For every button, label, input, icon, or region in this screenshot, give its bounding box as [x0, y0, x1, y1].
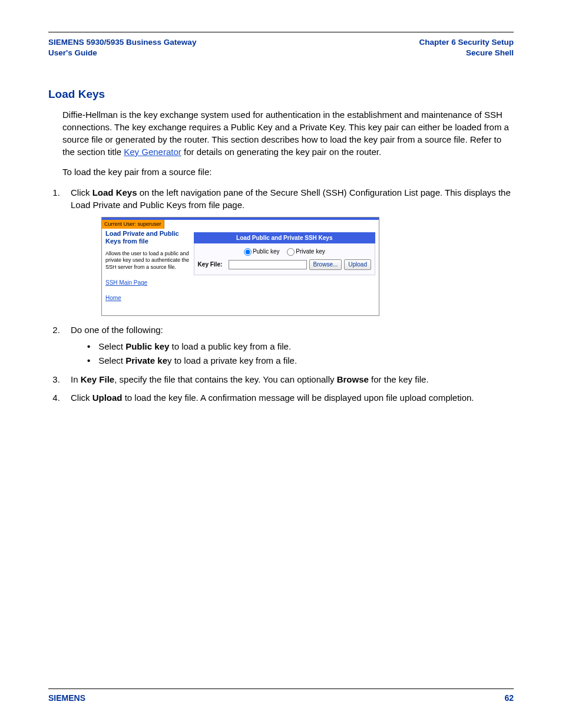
footer-brand: SIEMENS [48, 693, 85, 703]
step3-bold2: Browse [337, 374, 369, 384]
intro-paragraph-2: To load the key pair from a source file: [62, 166, 514, 179]
chapter-title: Chapter 6 Security Setup [419, 37, 514, 48]
public-key-radio-label[interactable]: Public key [244, 248, 280, 255]
ssh-main-page-link[interactable]: SSH Main Page [105, 279, 190, 287]
page-header: SIEMENS 5930/5935 Business Gateway User'… [48, 32, 514, 64]
browse-button[interactable]: Browse... [309, 259, 342, 270]
step2a: Select Public key to load a public key f… [87, 340, 514, 354]
panel-body: Public key Private key Key File: Browse.… [194, 243, 375, 275]
step1-bold: Load Keys [92, 187, 137, 197]
panel-title: Load Public and Private SSH Keys [194, 232, 375, 244]
page-footer: SIEMENS 62 [48, 693, 514, 703]
step2a-post: to load a public key from a file. [169, 341, 291, 351]
step3-post: for the key file. [369, 374, 429, 384]
key-generator-link[interactable]: Key Generator [124, 147, 181, 157]
header-left: SIEMENS 5930/5935 Business Gateway User'… [48, 37, 196, 58]
private-key-text: Private key [296, 248, 325, 255]
step4-bold: Upload [92, 393, 123, 403]
step3-mid: , specify the file that contains the key… [114, 374, 336, 384]
public-key-text: Public key [253, 248, 280, 255]
key-file-label: Key File: [198, 261, 226, 269]
shot-body: Load Private and Public Keys from file A… [102, 229, 379, 315]
step-2: Do one of the following: Select Public k… [62, 324, 514, 368]
private-key-radio[interactable] [287, 248, 295, 256]
steps-list: Click Load Keys on the left navigation p… [62, 187, 514, 404]
shot-orange-row: Current User: superuser [102, 220, 379, 228]
intro-paragraph-1: Diffie-Hellman is the key exchange syste… [62, 109, 514, 158]
step2-sublist: Select Public key to load a public key f… [87, 340, 514, 368]
step3-bold1: Key File [81, 374, 115, 384]
step4-pre: Click [71, 393, 92, 403]
shot-left-title: Load Private and Public Keys from file [105, 230, 190, 246]
step4-post: to load the key file. A confirmation mes… [123, 393, 474, 403]
step-3: In Key File, specify the file that conta… [62, 374, 514, 386]
shot-left-pane: Load Private and Public Keys from file A… [102, 229, 194, 315]
step2b-pre: Select [98, 355, 125, 365]
shot-right-pane: Load Public and Private SSH Keys Public … [194, 229, 379, 315]
upload-button[interactable]: Upload [344, 259, 371, 270]
doc-subtitle: User's Guide [48, 48, 196, 58]
step2b-bold: Private ke [125, 355, 167, 365]
intro-text-post: for details on generating the key pair o… [181, 147, 381, 157]
key-file-input[interactable] [229, 260, 307, 269]
embedded-screenshot: Current User: superuser Load Private and… [101, 217, 379, 315]
step2a-pre: Select [98, 341, 125, 351]
content: Load Keys Diffie-Hellman is the key exch… [48, 64, 514, 404]
public-key-radio[interactable] [244, 248, 252, 256]
step-1: Click Load Keys on the left navigation p… [62, 187, 514, 316]
private-key-radio-label[interactable]: Private key [287, 248, 325, 255]
header-right: Chapter 6 Security Setup Secure Shell [419, 37, 514, 58]
step2b: Select Private key to load a private key… [87, 354, 514, 368]
step-4: Click Upload to load the key file. A con… [62, 392, 514, 404]
key-file-row: Key File: Browse... Upload [198, 259, 371, 270]
doc-title: SIEMENS 5930/5935 Business Gateway [48, 37, 196, 48]
step3-pre: In [71, 374, 81, 384]
current-user-label: Current User: superuser [102, 220, 164, 228]
section-name: Secure Shell [419, 48, 514, 58]
step1-post: on the left navigation pane of the Secur… [71, 187, 511, 210]
step1-pre: Click [71, 187, 92, 197]
key-type-radio-group: Public key Private key [198, 247, 371, 255]
step2-intro: Do one of the following: [71, 325, 163, 335]
footer-page-number: 62 [504, 693, 514, 703]
page-frame: SIEMENS 5930/5935 Business Gateway User'… [48, 32, 514, 689]
section-heading: Load Keys [48, 88, 514, 101]
shot-left-desc: Allows the user to load a public and pri… [105, 251, 190, 271]
home-link[interactable]: Home [105, 294, 190, 302]
step2b-post: y to load a private key from a file. [167, 355, 297, 365]
step2a-bold: Public key [125, 341, 169, 351]
